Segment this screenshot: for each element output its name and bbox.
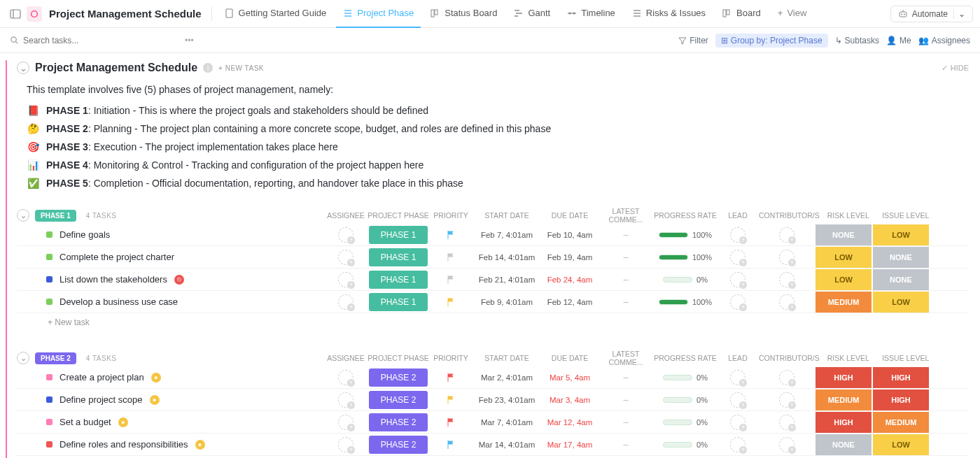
tab-getting-started[interactable]: Getting Started Guide bbox=[218, 0, 334, 28]
me-button[interactable]: 👤 Me bbox=[886, 36, 911, 45]
latest-comment-cell[interactable]: – bbox=[598, 296, 654, 307]
task-name-cell[interactable]: List down the stakeholders⦸ bbox=[17, 274, 325, 285]
phase-cell[interactable]: PHASE 2 bbox=[367, 413, 430, 431]
lead-cell[interactable] bbox=[717, 294, 759, 310]
issue-level-cell[interactable]: HIGH bbox=[872, 367, 930, 388]
info-icon[interactable]: i bbox=[203, 63, 213, 73]
tab-risks-issues[interactable]: Risks & Issues bbox=[625, 0, 713, 28]
due-date-cell[interactable]: Mar 3, 4am bbox=[542, 396, 598, 404]
contributors-cell[interactable] bbox=[759, 272, 815, 287]
lead-cell[interactable] bbox=[717, 392, 759, 408]
col-contributors[interactable]: CONTRIBUTOR/S bbox=[759, 211, 820, 220]
progress-cell[interactable]: 0% bbox=[654, 396, 717, 404]
col-lead[interactable]: LEAD bbox=[717, 211, 759, 220]
col-start-date[interactable]: START DATE bbox=[472, 211, 542, 220]
task-row[interactable]: List down the stakeholders⦸PHASE 1Feb 21… bbox=[17, 269, 969, 291]
risk-level-cell[interactable]: LOW bbox=[815, 247, 872, 268]
sidebar-toggle-icon[interactable] bbox=[7, 6, 24, 22]
task-name-cell[interactable]: Develop a business use case bbox=[17, 296, 325, 307]
phase-cell[interactable]: PHASE 1 bbox=[367, 293, 430, 311]
new-task-button[interactable]: + New task bbox=[17, 313, 969, 331]
col-issue-level[interactable]: ISSUE LEVEL bbox=[877, 211, 934, 220]
col-assignee[interactable]: ASSIGNEE bbox=[325, 211, 367, 220]
col-due-date[interactable]: DUE DATE bbox=[542, 354, 598, 362]
subtasks-button[interactable]: ↳ Subtasks bbox=[835, 36, 879, 45]
risk-level-cell[interactable]: MEDIUM bbox=[815, 292, 872, 313]
assignee-cell[interactable] bbox=[325, 392, 367, 408]
lead-cell[interactable] bbox=[717, 227, 759, 243]
task-row[interactable]: Define roles and responsibilities●PHASE … bbox=[17, 434, 969, 456]
start-date-cell[interactable]: Mar 7, 4:01am bbox=[472, 418, 542, 427]
automate-button[interactable]: Automate ⌄ bbox=[890, 6, 973, 22]
filter-button[interactable]: Filter bbox=[678, 36, 708, 45]
issue-level-cell[interactable]: HIGH bbox=[872, 389, 930, 410]
col-lead[interactable]: LEAD bbox=[717, 354, 759, 362]
col-latest-comment[interactable]: LATEST COMME... bbox=[598, 207, 654, 224]
col-progress-rate[interactable]: PROGRESS RATE bbox=[654, 354, 717, 362]
task-name-cell[interactable]: Define roles and responsibilities● bbox=[17, 439, 325, 450]
col-project-phase[interactable]: PROJECT PHASE bbox=[367, 354, 430, 362]
risk-level-cell[interactable]: MEDIUM bbox=[815, 389, 872, 410]
progress-cell[interactable]: 100% bbox=[654, 298, 717, 306]
progress-cell[interactable]: 0% bbox=[654, 441, 717, 449]
issue-level-cell[interactable]: NONE bbox=[872, 247, 930, 268]
col-priority[interactable]: PRIORITY bbox=[430, 354, 472, 362]
more-icon[interactable]: ••• bbox=[185, 36, 194, 45]
col-start-date[interactable]: START DATE bbox=[472, 354, 542, 362]
priority-cell[interactable] bbox=[430, 230, 472, 240]
due-date-cell[interactable]: Feb 12, 4am bbox=[542, 298, 598, 306]
workspace-logo[interactable] bbox=[27, 6, 42, 22]
risk-level-cell[interactable]: NONE bbox=[815, 434, 872, 455]
lead-cell[interactable] bbox=[717, 415, 759, 430]
search-input[interactable] bbox=[23, 36, 163, 45]
risk-level-cell[interactable]: NONE bbox=[815, 224, 872, 245]
phase-cell[interactable]: PHASE 1 bbox=[367, 226, 430, 244]
new-task-button[interactable]: + NEW TASK bbox=[218, 64, 264, 72]
phase-cell[interactable]: PHASE 2 bbox=[367, 391, 430, 409]
lead-cell[interactable] bbox=[717, 250, 759, 265]
tab-timeline[interactable]: Timeline bbox=[560, 0, 622, 28]
contributors-cell[interactable] bbox=[759, 370, 815, 385]
start-date-cell[interactable]: Feb 9, 4:01am bbox=[472, 298, 542, 306]
issue-level-cell[interactable]: MEDIUM bbox=[872, 412, 930, 433]
priority-cell[interactable] bbox=[430, 297, 472, 307]
contributors-cell[interactable] bbox=[759, 227, 815, 243]
contributors-cell[interactable] bbox=[759, 415, 815, 430]
col-progress-rate[interactable]: PROGRESS RATE bbox=[654, 211, 717, 220]
contributors-cell[interactable] bbox=[759, 392, 815, 408]
issue-level-cell[interactable]: LOW bbox=[872, 292, 930, 313]
col-priority[interactable]: PRIORITY bbox=[430, 211, 472, 220]
progress-cell[interactable]: 100% bbox=[654, 253, 717, 262]
group-badge[interactable]: PHASE 1 bbox=[35, 210, 76, 222]
hide-button[interactable]: ✓ HIDE bbox=[941, 64, 969, 73]
start-date-cell[interactable]: Feb 21, 4:01am bbox=[472, 275, 542, 284]
priority-cell[interactable] bbox=[430, 252, 472, 262]
col-risk-level[interactable]: RISK LEVEL bbox=[820, 211, 877, 220]
tab-board[interactable]: Board bbox=[715, 0, 768, 28]
workspace-title[interactable]: Project Management Schedule bbox=[49, 8, 202, 20]
progress-cell[interactable]: 0% bbox=[654, 373, 717, 382]
assignee-cell[interactable] bbox=[325, 294, 367, 310]
assignee-cell[interactable] bbox=[325, 227, 367, 243]
collapse-all-icon[interactable]: ⌄ bbox=[17, 62, 29, 74]
task-name-cell[interactable]: Define goals bbox=[17, 229, 325, 240]
latest-comment-cell[interactable]: – bbox=[598, 274, 654, 285]
latest-comment-cell[interactable]: – bbox=[598, 417, 654, 427]
assignees-button[interactable]: 👥 Assignees bbox=[918, 36, 970, 45]
risk-level-cell[interactable]: LOW bbox=[815, 269, 872, 290]
due-date-cell[interactable]: Feb 24, 4am bbox=[542, 275, 598, 284]
due-date-cell[interactable]: Feb 19, 4am bbox=[542, 253, 598, 262]
task-name-cell[interactable]: Complete the project charter bbox=[17, 252, 325, 262]
chevron-down-icon[interactable]: ⌄ bbox=[953, 9, 965, 19]
task-row[interactable]: Develop a business use casePHASE 1Feb 9,… bbox=[17, 291, 969, 313]
latest-comment-cell[interactable]: – bbox=[598, 394, 654, 405]
tab-status-board[interactable]: Status Board bbox=[424, 0, 504, 28]
lead-cell[interactable] bbox=[717, 437, 759, 452]
due-date-cell[interactable]: Mar 5, 4am bbox=[542, 373, 598, 382]
priority-cell[interactable] bbox=[430, 440, 472, 450]
phase-cell[interactable]: PHASE 1 bbox=[367, 248, 430, 266]
start-date-cell[interactable]: Feb 7, 4:01am bbox=[472, 231, 542, 239]
start-date-cell[interactable]: Mar 14, 4:01am bbox=[472, 441, 542, 449]
task-row[interactable]: Set a budget●PHASE 2Mar 7, 4:01amMar 12,… bbox=[17, 411, 969, 434]
priority-cell[interactable] bbox=[430, 275, 472, 285]
